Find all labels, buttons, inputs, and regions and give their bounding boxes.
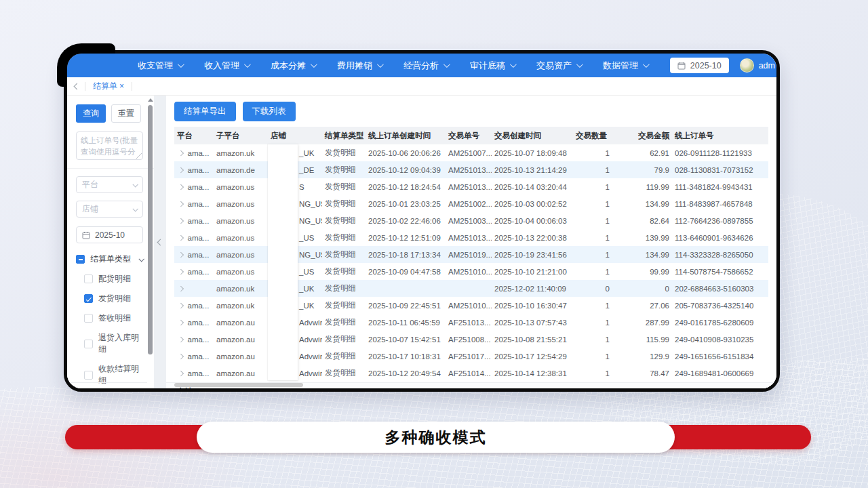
cell-transaction-no: AF251017... xyxy=(446,348,492,365)
table-row[interactable]: ama...amazon.uk_UK发货明细2025-10-09 22:45:5… xyxy=(174,297,768,314)
settlement-type-option[interactable]: 签收明细 xyxy=(84,312,143,324)
row-expand-icon[interactable] xyxy=(178,167,184,173)
reset-button[interactable]: 重置 xyxy=(111,104,141,123)
cell-transaction-no: AF251008... xyxy=(446,331,492,348)
online-order-no-textarea[interactable]: 线上订单号(批量查询使用逗号分隔) xyxy=(76,131,143,160)
row-expand-icon[interactable] xyxy=(178,201,184,207)
row-expand-icon[interactable] xyxy=(178,269,184,274)
cell-online-order-created: 2025-10-07 15:42:51 xyxy=(366,331,446,348)
table-row[interactable]: ama...amazon.usNG_US发货明细2025-10-02 22:46… xyxy=(174,212,768,229)
settlement-type-label: 结算单类型 xyxy=(90,253,131,265)
nav-item[interactable]: 收入管理 xyxy=(193,54,260,77)
table-row[interactable]: ama...amazon.usNG_US发货明细2025-10-01 23:03… xyxy=(174,195,768,212)
cell-transaction-amount: 287.99 xyxy=(612,314,672,331)
cell-sub-platform: amazon.au xyxy=(214,365,268,382)
top-navbar: 收支管理收入管理成本分摊费用摊销经营分析审计底稿交易资产数据管理 2025-10… xyxy=(67,54,776,77)
nav-item[interactable]: 收支管理 xyxy=(127,54,193,77)
settlement-type-header[interactable]: 结算单类型 xyxy=(76,253,143,265)
row-expand-icon[interactable] xyxy=(178,252,184,258)
cell-transaction-created: 2025-10-17 12:54:29 xyxy=(492,348,573,365)
table-row[interactable]: ama...amazon.de_DE发货明细2025-10-12 09:04:3… xyxy=(174,161,768,178)
shop-select[interactable]: 店铺 xyxy=(76,201,143,218)
cell-transaction-qty: 1 xyxy=(573,212,612,229)
month-picker[interactable]: 2025-10 xyxy=(76,226,143,243)
nav-item[interactable]: 数据管理 xyxy=(592,54,658,77)
scrollbar-up-arrow-icon[interactable] xyxy=(148,98,153,102)
horizontal-scrollbar-thumb[interactable] xyxy=(174,383,303,387)
filter-sidebar: 查询 重置 线上订单号(批量查询使用逗号分隔) 平台 店铺 2025-10 xyxy=(67,96,154,388)
table-row[interactable]: ama...amazon.auAdvwin发货明细2025-10-17 10:1… xyxy=(174,348,768,365)
cell-settlement-type: 发货明细 xyxy=(322,263,366,280)
nav-item[interactable]: 费用摊销 xyxy=(326,54,393,77)
row-expand-icon[interactable] xyxy=(178,371,184,376)
row-expand-icon[interactable] xyxy=(178,184,184,190)
shop-column-redaction-overlay xyxy=(268,144,298,380)
cell-sub-platform: amazon.us xyxy=(214,195,268,212)
settlement-type-option[interactable]: 发货明细 xyxy=(84,293,143,304)
tabs-scroll-left-icon[interactable] xyxy=(74,83,81,89)
sidebar-scrollbar-thumb[interactable] xyxy=(148,105,153,354)
cell-transaction-no: AM251002... xyxy=(446,195,492,212)
nav-item[interactable]: 经营分析 xyxy=(393,54,459,77)
shop-name-suffix: NG_US xyxy=(299,200,322,208)
checkbox-unchecked[interactable] xyxy=(84,314,93,323)
table-row[interactable]: ama...amazon.auAdvwin发货明细2025-10-07 15:4… xyxy=(174,331,768,348)
column-header: 交易单号 xyxy=(446,127,492,144)
table-row[interactable]: ama...amazon.us_US发货明细2025-10-09 04:47:5… xyxy=(174,263,768,280)
sidebar-scrollbar[interactable] xyxy=(147,97,153,387)
cell-transaction-qty: 1 xyxy=(573,229,612,246)
cell-transaction-no: AM251013... xyxy=(446,229,492,246)
export-settlement-button[interactable]: 结算单导出 xyxy=(174,102,236,121)
cell-online-order-created: 2025-10-01 23:03:25 xyxy=(366,195,446,212)
search-button[interactable]: 查询 xyxy=(76,104,106,123)
sidebar-collapse-icon[interactable] xyxy=(157,239,163,245)
platform-select[interactable]: 平台 xyxy=(76,176,143,193)
table-row[interactable]: ama...amazon.usS发货明细2025-10-12 18:24:54A… xyxy=(174,178,768,195)
row-expand-icon[interactable] xyxy=(178,286,184,291)
chevron-down-icon xyxy=(178,61,184,68)
navbar-date-picker[interactable]: 2025-10 xyxy=(670,58,729,73)
cell-transaction-qty: 0 xyxy=(573,280,612,297)
tab-close-icon[interactable]: × xyxy=(119,81,124,91)
settlement-table-wrap: 平台子平台店铺结算单类型线上订单创建时间交易单号交易创建时间交易数量交易金额线上… xyxy=(166,127,776,382)
table-row[interactable]: ama...amazon.auAdvwin发货明细2025-10-11 06:4… xyxy=(174,314,768,331)
settlement-type-option[interactable]: 退货入库明细 xyxy=(84,332,143,355)
row-expand-icon[interactable] xyxy=(178,303,184,308)
checkbox-unchecked[interactable] xyxy=(84,340,93,348)
row-expand-icon[interactable] xyxy=(178,218,184,224)
table-row[interactable]: ama...amazon.auAdvwin发货明细2025-10-12 20:4… xyxy=(174,365,768,382)
app-window: 收支管理收入管理成本分摊费用摊销经营分析审计底稿交易资产数据管理 2025-10… xyxy=(64,50,780,392)
nav-item[interactable]: 审计底稿 xyxy=(459,54,526,77)
download-list-button[interactable]: 下载列表 xyxy=(243,102,296,121)
user-name: adm xyxy=(759,61,775,70)
table-row[interactable]: ama...amazon.uk_UK发货明细2025-10-06 20:06:2… xyxy=(174,144,768,161)
checkbox-checked[interactable] xyxy=(84,294,93,303)
tab-settlement[interactable]: 结算单 × xyxy=(85,77,132,95)
settlement-type-indeterminate-checkbox[interactable] xyxy=(76,255,85,264)
cell-transaction-no: AM251010... xyxy=(446,297,492,314)
table-row[interactable]: amazon.uk_UK发货明细2025-12-02 11:40:0900202… xyxy=(174,280,768,297)
row-expand-icon[interactable] xyxy=(178,320,184,325)
cell-settlement-type: 发货明细 xyxy=(322,331,366,348)
row-expand-icon[interactable] xyxy=(178,150,184,156)
cell-online-order-created: 2025-10-11 06:45:59 xyxy=(366,314,446,331)
row-expand-icon[interactable] xyxy=(178,337,184,342)
checkbox-unchecked[interactable] xyxy=(84,371,93,380)
table-body: ama...amazon.uk_UK发货明细2025-10-06 20:06:2… xyxy=(174,144,768,382)
cell-online-order-created: 2025-10-06 20:06:26 xyxy=(366,144,446,161)
row-expand-icon[interactable] xyxy=(178,354,184,359)
cell-transaction-qty: 1 xyxy=(573,365,612,382)
chevron-down-icon xyxy=(576,61,583,68)
table-row[interactable]: ama...amazon.us_US发货明细2025-10-12 12:51:0… xyxy=(174,229,768,246)
user-menu[interactable]: adm xyxy=(740,58,775,73)
table-row[interactable]: ama...amazon.usNG_US发货明细2025-10-18 17:13… xyxy=(174,246,768,263)
cell-transaction-amount: 82.64 xyxy=(612,212,672,229)
nav-item[interactable]: 成本分摊 xyxy=(260,54,326,77)
cell-transaction-qty: 1 xyxy=(573,246,612,263)
checkbox-unchecked[interactable] xyxy=(84,274,93,283)
row-expand-icon[interactable] xyxy=(178,235,184,241)
cell-transaction-amount: 134.99 xyxy=(612,195,672,212)
chevron-down-icon xyxy=(510,61,517,68)
nav-item[interactable]: 交易资产 xyxy=(526,54,592,77)
settlement-type-option[interactable]: 配货明细 xyxy=(84,273,143,285)
